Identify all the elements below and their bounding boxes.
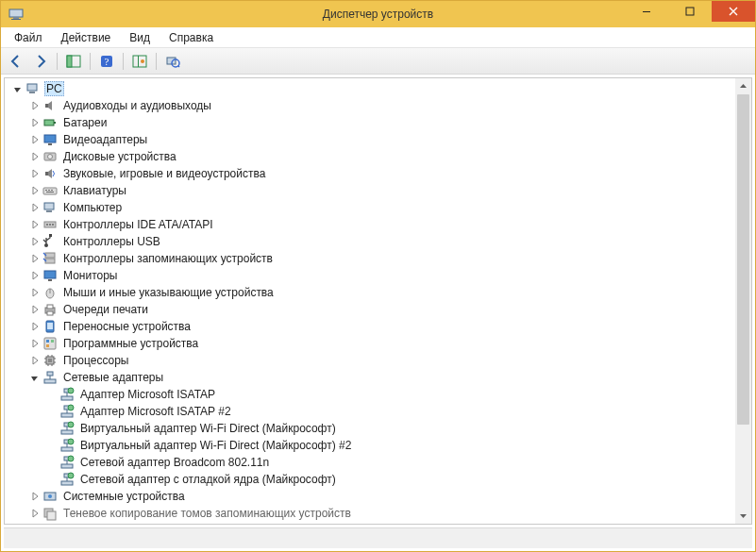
- tree-node[interactable]: Контроллеры запоминающих устройств: [5, 250, 735, 267]
- forward-button[interactable]: [29, 50, 52, 73]
- tree-node[interactable]: Сетевые адаптеры: [5, 369, 735, 386]
- svg-point-35: [52, 224, 54, 226]
- tree-node[interactable]: Компьютер: [5, 199, 735, 216]
- show-hide-console-tree-button[interactable]: [62, 50, 85, 73]
- tree-node[interactable]: Мыши и иные указывающие устройства: [5, 284, 735, 301]
- titlebar-left-icons: [8, 7, 24, 22]
- tree-node-label: Контроллеры IDE ATA/ATAPI: [61, 218, 215, 231]
- back-button[interactable]: [5, 50, 27, 73]
- svg-point-73: [68, 405, 74, 410]
- indent: [5, 89, 10, 90]
- svg-rect-27: [48, 190, 50, 191]
- scroll-track[interactable]: [735, 94, 751, 508]
- menubar: Файл Действие Вид Справка: [1, 27, 755, 48]
- tree-node[interactable]: Процессоры: [5, 352, 735, 369]
- indent: [5, 157, 27, 158]
- svg-rect-82: [61, 464, 73, 468]
- svg-rect-2: [11, 19, 21, 20]
- svg-rect-78: [61, 447, 73, 451]
- expand-icon[interactable]: [29, 236, 41, 247]
- expand-icon[interactable]: [29, 151, 41, 162]
- expand-icon[interactable]: [29, 168, 41, 179]
- app-icon: [8, 7, 24, 22]
- toolbar-separator: [123, 53, 124, 70]
- help-button[interactable]: ?: [95, 50, 118, 73]
- scroll-thumb[interactable]: [737, 94, 749, 425]
- tree-node[interactable]: Звуковые, игровые и видеоустройства: [5, 165, 735, 182]
- scroll-down-button[interactable]: [735, 508, 751, 524]
- tree-node[interactable]: Аудиовходы и аудиовыходы: [5, 97, 735, 114]
- expand-icon[interactable]: [29, 321, 41, 332]
- tree-node[interactable]: PC: [5, 80, 735, 97]
- expand-icon[interactable]: [29, 338, 41, 349]
- collapse-icon[interactable]: [29, 372, 41, 383]
- tree-node[interactable]: Очереди печати: [5, 301, 735, 318]
- svg-rect-21: [48, 143, 52, 145]
- refresh-button[interactable]: [161, 50, 184, 73]
- expand-icon[interactable]: [29, 253, 41, 264]
- toolbar-separator: [156, 53, 157, 70]
- indent: [5, 462, 44, 463]
- toolbar: ?: [1, 48, 755, 75]
- pc-icon: [25, 81, 41, 96]
- tree-node[interactable]: Системные устройства: [5, 488, 735, 505]
- svg-rect-86: [61, 481, 73, 485]
- computer-icon: [42, 200, 58, 215]
- menu-action[interactable]: Действие: [54, 29, 119, 46]
- tree-node[interactable]: Адаптер Microsoft ISATAP #2: [5, 403, 735, 420]
- tree-node[interactable]: Мониторы: [5, 267, 735, 284]
- expand-icon[interactable]: [29, 219, 41, 230]
- tree-node[interactable]: Дисковые устройства: [5, 148, 735, 165]
- menu-file[interactable]: Файл: [7, 29, 50, 46]
- tree-node-label: Аудиовходы и аудиовыходы: [61, 99, 213, 112]
- tree-node[interactable]: Теневое копирование томов запоминающих у…: [5, 505, 735, 522]
- expand-icon[interactable]: [29, 304, 41, 315]
- expand-icon[interactable]: [29, 508, 41, 519]
- expand-icon[interactable]: [29, 202, 41, 213]
- expand-icon[interactable]: [29, 355, 41, 366]
- system-icon: [42, 489, 58, 504]
- svg-rect-54: [48, 359, 52, 362]
- close-button[interactable]: [712, 1, 755, 22]
- indent: [5, 242, 27, 243]
- tree-node-label: Теневое копирование томов запоминающих у…: [61, 507, 353, 520]
- menu-view[interactable]: Вид: [122, 29, 158, 46]
- netadapter-icon: [59, 421, 75, 436]
- tree-node[interactable]: Видеоадаптеры: [5, 131, 735, 148]
- vertical-scrollbar[interactable]: [735, 78, 751, 524]
- svg-rect-20: [44, 135, 56, 142]
- tree-node[interactable]: Контроллеры IDE ATA/ATAPI: [5, 216, 735, 233]
- tree-node[interactable]: Клавиатуры: [5, 182, 735, 199]
- tree-node[interactable]: Переносные устройства: [5, 318, 735, 335]
- tree-node[interactable]: Сетевой адаптер Broadcom 802.11n: [5, 454, 735, 471]
- tree-node[interactable]: Программные устройства: [5, 335, 735, 352]
- collapse-icon[interactable]: [12, 83, 24, 94]
- svg-rect-25: [43, 188, 57, 194]
- tree-node[interactable]: Адаптер Microsoft ISATAP: [5, 386, 735, 403]
- indent: [5, 428, 44, 429]
- expand-icon[interactable]: [29, 185, 41, 196]
- minimize-button[interactable]: [625, 1, 668, 22]
- expand-icon[interactable]: [29, 117, 41, 128]
- device-tree[interactable]: PCАудиовходы и аудиовыходыБатареиВидеоад…: [5, 78, 735, 524]
- tree-node[interactable]: Сетевой адаптер с отладкой ядра (Майкрос…: [5, 471, 735, 488]
- tree-node[interactable]: Контроллеры USB: [5, 233, 735, 250]
- expand-icon[interactable]: [29, 491, 41, 502]
- scan-hardware-button[interactable]: [128, 50, 151, 73]
- svg-point-85: [68, 456, 74, 461]
- expand-icon[interactable]: [29, 100, 41, 111]
- titlebar[interactable]: Диспетчер устройств: [1, 1, 755, 27]
- expand-icon[interactable]: [29, 134, 41, 145]
- tree-node-label: Контроллеры USB: [61, 235, 162, 248]
- expand-icon[interactable]: [29, 270, 41, 281]
- expand-icon[interactable]: [29, 287, 41, 298]
- menu-help[interactable]: Справка: [161, 29, 221, 46]
- tree-node[interactable]: Виртуальный адаптер Wi-Fi Direct (Майкро…: [5, 437, 735, 454]
- tree-node-label: Сетевые адаптеры: [61, 371, 165, 384]
- audio-icon: [42, 98, 58, 113]
- tree-node-label: Мониторы: [61, 269, 119, 282]
- maximize-button[interactable]: [668, 1, 712, 22]
- scroll-up-button[interactable]: [735, 78, 751, 94]
- tree-node[interactable]: Батареи: [5, 114, 735, 131]
- tree-node[interactable]: Виртуальный адаптер Wi-Fi Direct (Майкро…: [5, 420, 735, 437]
